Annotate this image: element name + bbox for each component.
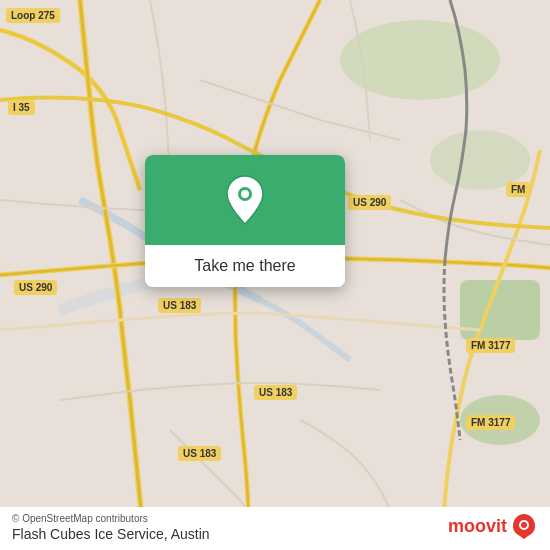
road-badge-us290-right: US 290 bbox=[348, 195, 391, 210]
moovit-icon bbox=[510, 512, 538, 540]
road-badge-i35: I 35 bbox=[8, 100, 35, 115]
road-badge-loop275: Loop 275 bbox=[6, 8, 60, 23]
take-me-there-button[interactable]: Take me there bbox=[145, 245, 345, 287]
moovit-logo: moovit bbox=[448, 512, 538, 540]
road-badge-us183-bot: US 183 bbox=[178, 446, 221, 461]
location-pin-icon bbox=[223, 174, 267, 226]
svg-rect-3 bbox=[460, 280, 540, 340]
road-badge-us183-mid: US 183 bbox=[158, 298, 201, 313]
road-badge-fm3177-bot: FM 3177 bbox=[466, 415, 515, 430]
road-badge-fm-top: FM bbox=[506, 182, 530, 197]
road-badge-fm3177-top: FM 3177 bbox=[466, 338, 515, 353]
svg-point-2 bbox=[430, 130, 530, 190]
map-container: Loop 275 I 35 US 290 FM US 290 US 183 US… bbox=[0, 0, 550, 550]
moovit-text: moovit bbox=[448, 516, 507, 537]
svg-point-6 bbox=[241, 190, 249, 198]
svg-point-1 bbox=[340, 20, 500, 100]
popup-green-area bbox=[145, 155, 345, 245]
road-badge-us183-bottom: US 183 bbox=[254, 385, 297, 400]
popup-card: Take me there bbox=[145, 155, 345, 287]
svg-point-8 bbox=[521, 522, 527, 528]
road-badge-us290-left: US 290 bbox=[14, 280, 57, 295]
